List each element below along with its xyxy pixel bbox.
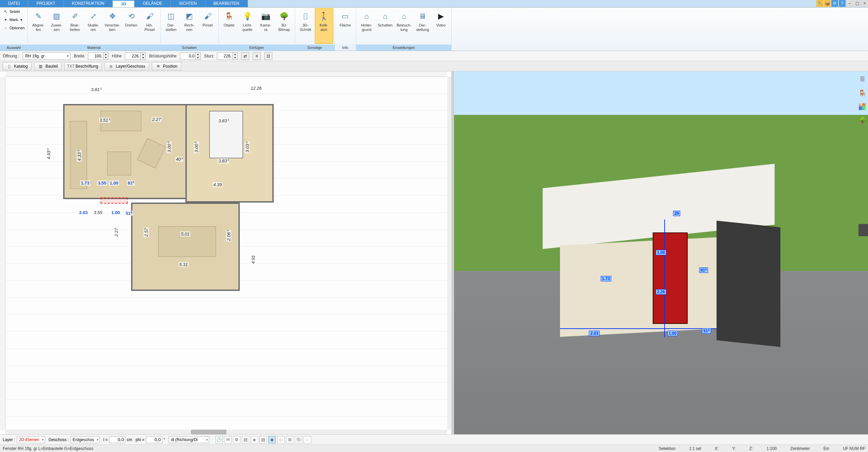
tab-terrain[interactable]: GELÄNDE [134,0,170,7]
layer-combo[interactable]: 2D-Elemen [17,436,45,443]
info-icon[interactable]: ⁝ [304,436,311,444]
annotation-button[interactable]: TXTBeschriftung [64,62,102,70]
statusbar-info: Fenster RH 1flg. gr L=Einbauteile G=Erdg… [0,445,868,452]
select-button[interactable]: ↖Selekt [1,8,26,15]
pane-splitter[interactable] [451,71,454,434]
background-button[interactable]: ⌂Hinter-grund [358,8,376,44]
shadow-calc-button[interactable]: ◩Rech-nen [180,8,199,44]
help-icon[interactable]: ? [839,0,846,7]
width-input[interactable]: ▲▼ [88,52,109,60]
dim: 5.31 [179,262,188,267]
lintel-input[interactable]: ▲▼ [217,52,238,60]
diamond-icon[interactable]: ◈ [251,436,258,444]
cube-icon: ◫ [166,11,177,22]
insert-object-button[interactable]: 🪑Objekt [220,8,238,44]
shadow-show-button[interactable]: ◫Dar-stellen [162,8,180,44]
direction-combo[interactable]: dl (Richtung/Di [168,436,209,443]
minimize-button[interactable]: – [846,0,853,7]
layer-storey-button[interactable]: ≣Layer/Geschoss [105,62,149,70]
tab-project[interactable]: PROJEKT [28,0,64,7]
material-pick-button[interactable]: ✎Abgrei-fen [29,8,48,44]
tab-views[interactable]: SICHTEN [171,0,205,7]
ruler-horizontal [5,71,447,77]
options-button[interactable]: ＋Optionen [1,24,26,31]
color-palette-icon[interactable] [859,103,866,110]
screen-icon[interactable]: ⊡ [264,52,272,60]
scroll-thumb[interactable] [191,430,226,434]
material-scale-button[interactable]: ⤢Skalie-ren [84,8,103,44]
material-assign-button[interactable]: ▧Zuwei-sen [48,8,66,44]
selected-door-3d[interactable] [653,232,687,324]
video-button[interactable]: ▶Video [432,8,450,44]
status-unit: Zentimeter [790,446,810,451]
snap2-icon[interactable]: ◇ [277,436,285,444]
shadow-settings-button[interactable]: ⌂Schatten [376,8,395,44]
position-button[interactable]: ✥Position [152,62,181,70]
maximize-button[interactable]: ▢ [854,0,861,7]
tab-construction[interactable]: KONSTRUKTION [64,0,113,7]
parapet-input[interactable]: ▲▼ [180,52,201,60]
height-input[interactable]: ▲▼ [125,52,146,60]
spin-down[interactable]: ▼ [104,56,108,59]
snap-icon[interactable]: ◆ [268,436,276,444]
length-input[interactable] [109,436,125,443]
area-icon: ▭ [340,11,351,22]
align-icon[interactable]: ≡ [253,52,261,60]
tab-file[interactable]: DATEI [0,0,28,7]
component-icon: ▦ [38,64,43,69]
dim-blue: 51⁵ [125,211,133,216]
furniture-palette-icon[interactable]: 🪑 [858,89,866,97]
component-button[interactable]: ▦Bauteil [34,62,62,70]
spin-up[interactable]: ▲ [104,53,108,56]
tool-icon[interactable]: 🔧 [816,0,823,7]
tab-3d[interactable]: 3D [113,0,134,7]
collision-button[interactable]: 🚶Kolli-sion [315,8,333,44]
insert-3dbitmap-button[interactable]: 🌳3D-Bitmap [275,8,293,44]
area-button[interactable]: ▭Fläche [336,8,355,44]
material-edit-button[interactable]: ✐Bear-beiten [66,8,84,44]
material-brush-button[interactable]: 🖌Hin.Pinsel [141,8,159,44]
selected-door[interactable] [101,197,128,204]
plan-canvas[interactable]: 3.81⁵ 12.26 4.93⁵ 3.51⁵ 2.27 4.33⁵ 3.00⁵… [5,77,447,429]
dim: 4.91 [251,255,256,264]
close-button[interactable]: × [861,0,868,7]
status-ein: Ein [824,446,829,451]
storey-combo[interactable]: Erdgeschos [70,436,100,443]
tree-palette-icon[interactable]: 🌳 [858,116,866,124]
material-move-button[interactable]: ✥Verschie-ben [103,8,122,44]
stack-icon[interactable]: ▤ [242,436,249,444]
insert-light-button[interactable]: 💡Licht-quelle [238,8,257,44]
swap-icon[interactable]: ⇄ [241,52,249,60]
dim: 4.39 [213,182,222,187]
perspective-view-3d[interactable]: 29 81⁵ 2.26 1.00 2.03 1.00 51⁵ 1.73 ≣ 🪑 … [454,71,868,434]
reload-icon[interactable]: ⟳ [831,0,838,7]
clock-icon[interactable]: 🕐 [215,436,223,444]
chair-icon: 🪑 [224,11,235,22]
layers-palette-icon[interactable]: ≣ [858,75,866,83]
plan-view-2d[interactable]: 3.81⁵ 12.26 4.93⁵ 3.51⁵ 2.27 4.33⁵ 3.00⁵… [0,71,451,434]
dim-blue: 1.00 [109,180,119,186]
display-button[interactable]: 🖥Dar-stellung [413,8,432,44]
opening-combo[interactable]: RH 1flg. gr [23,52,70,60]
gear-icon[interactable]: ⚙ [233,436,240,444]
group-title-selection: Auswahl [0,45,28,51]
mail-icon[interactable]: ✉ [224,436,232,444]
material-rotate-button[interactable]: ⟲Drehen [122,8,141,44]
insert-camera-button[interactable]: 📷Kame-ra [257,8,275,44]
scrollbar-vertical[interactable] [447,77,451,430]
phi-input[interactable] [146,436,162,443]
catalog-button[interactable]: ▯Katalog [3,62,32,70]
north-icon[interactable]: Ⓝ [295,436,302,444]
hatch-icon[interactable]: ▨ [259,436,267,444]
scrollbar-horizontal[interactable] [5,430,447,434]
package-icon[interactable]: 📦 [824,0,831,7]
mark-button[interactable]: ✶Mark.▾ [1,16,26,23]
grid-icon[interactable]: ⊞ [286,436,293,444]
3d-section-button[interactable]: ⌷3D-Schnitt [296,8,315,44]
shadow-brush-button[interactable]: 🖌Pinsel [199,8,217,44]
tab-edit[interactable]: BEARBEITEN [205,0,248,7]
dim: 2.27 [151,117,161,122]
lighting-button[interactable]: ⌂Beleuch-tung [395,8,413,44]
palette-handle[interactable] [858,224,868,236]
group-title-insert: Einfügen [219,45,295,51]
